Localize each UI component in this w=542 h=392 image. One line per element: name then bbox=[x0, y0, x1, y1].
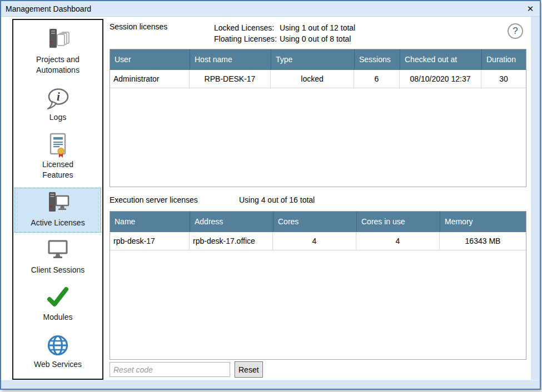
window-body: Projects and Automations i Logs bbox=[1, 17, 540, 389]
session-licenses-table: UserHost nameTypeSessionsChecked out atD… bbox=[110, 49, 526, 187]
column-header-user[interactable]: User bbox=[110, 49, 190, 70]
table-cell: 16343 MB bbox=[440, 232, 526, 250]
execution-server-licenses-title: Execution server licenses bbox=[110, 195, 198, 204]
column-header-sessions[interactable]: Sessions bbox=[354, 49, 400, 70]
column-header-name[interactable]: Name bbox=[110, 212, 190, 232]
window-title: Management Dashboard bbox=[1, 4, 521, 13]
title-bar[interactable]: Management Dashboard ✕ bbox=[1, 1, 540, 17]
column-header-host-name[interactable]: Host name bbox=[190, 49, 271, 70]
table-header-row: UserHost nameTypeSessionsChecked out atD… bbox=[110, 49, 526, 70]
locked-licenses-label: Locked Licenses: bbox=[214, 22, 280, 33]
close-icon[interactable]: ✕ bbox=[521, 1, 540, 17]
table-cell: rpb-desk-17.office bbox=[190, 232, 273, 250]
table-cell: rpb-desk-17 bbox=[110, 232, 190, 250]
floating-licenses-value: Using 0 out of 8 total bbox=[280, 33, 351, 44]
table-cell: 4 bbox=[273, 232, 356, 250]
table-header-row: NameAddressCoresCores in useMemory bbox=[110, 212, 526, 232]
column-header-address[interactable]: Address bbox=[190, 212, 273, 232]
table-cell: 4 bbox=[356, 232, 440, 250]
column-header-memory[interactable]: Memory bbox=[440, 212, 526, 232]
column-header-cores-in-use[interactable]: Cores in use bbox=[356, 212, 440, 232]
table-cell: 30 bbox=[481, 70, 526, 88]
locked-licenses-value: Using 1 out of 12 total bbox=[280, 22, 355, 33]
window-content: Projects and Automations i Logs bbox=[1, 17, 531, 380]
execution-usage-value: Using 4 out of 16 total bbox=[239, 195, 315, 204]
help-icon[interactable]: ? bbox=[508, 23, 523, 39]
reset-code-input[interactable] bbox=[110, 362, 230, 377]
reset-button[interactable]: Reset bbox=[235, 361, 263, 378]
table-cell: Administrator bbox=[110, 70, 190, 88]
column-header-cores[interactable]: Cores bbox=[273, 212, 356, 232]
main-panel: Session licenses Locked Licenses: Using … bbox=[1, 17, 531, 380]
table-cell: 6 bbox=[354, 70, 400, 88]
column-header-duration[interactable]: Duration bbox=[481, 49, 526, 70]
window-frame-bottom bbox=[1, 380, 540, 389]
locked-licenses-line: Locked Licenses: Using 1 out of 12 total bbox=[214, 22, 355, 33]
window-frame-right bbox=[531, 17, 540, 389]
floating-licenses-line: Floating Licenses: Using 0 out of 8 tota… bbox=[214, 33, 355, 44]
execution-server-licenses-table: NameAddressCoresCores in useMemoryrpb-de… bbox=[110, 211, 526, 360]
session-licenses-title: Session licenses bbox=[110, 22, 167, 31]
table-cell: locked bbox=[271, 70, 354, 88]
column-header-checked-out-at[interactable]: Checked out at bbox=[400, 49, 481, 70]
license-usage-summary: Locked Licenses: Using 1 out of 12 total… bbox=[214, 22, 355, 44]
table-cell: RPB-DESK-17 bbox=[190, 70, 271, 88]
table-cell: 08/10/2020 12:37 bbox=[400, 70, 481, 88]
floating-licenses-label: Floating Licenses: bbox=[214, 33, 280, 44]
help-glyph: ? bbox=[513, 26, 518, 37]
table-row[interactable]: AdministratorRPB-DESK-17locked608/10/202… bbox=[110, 70, 526, 88]
column-header-type[interactable]: Type bbox=[271, 49, 354, 70]
table-row[interactable]: rpb-desk-17rpb-desk-17.office4416343 MB bbox=[110, 232, 526, 250]
management-dashboard-window: Management Dashboard ✕ Proj bbox=[0, 0, 541, 390]
